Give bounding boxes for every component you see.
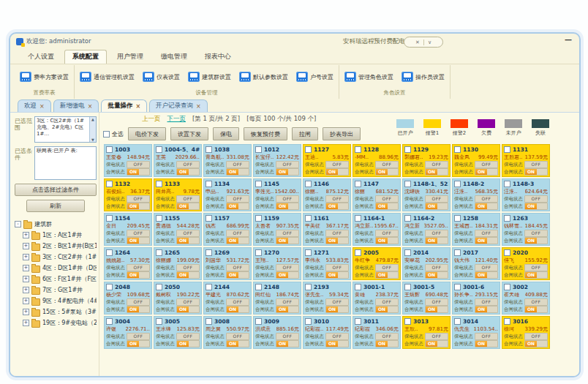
switch-on-button[interactable]: ON	[525, 306, 537, 312]
switch-on-button[interactable]: ON	[227, 203, 238, 209]
expand-icon[interactable]: +	[23, 243, 29, 249]
chevron-down-icon[interactable]: ∨	[428, 39, 431, 45]
expand-icon[interactable]: +	[23, 276, 29, 282]
supply-off-value[interactable]: OFF	[326, 196, 348, 202]
meter-card[interactable]: 1127 王迪.. 5.83元 保电状态 OFF 合闸状态	[303, 144, 351, 177]
meter-card[interactable]: 1003 王爱春 148.94元 保电状态 OFF 合闸状态	[104, 144, 152, 177]
switch-on-button[interactable]: ON	[376, 238, 388, 244]
meter-card[interactable]: 1148-2 汪淮.. 568.35元 保电状态 OFF 合	[452, 178, 500, 211]
card-checkbox[interactable]	[454, 146, 461, 153]
card-checkbox[interactable]	[454, 318, 461, 325]
card-checkbox[interactable]	[305, 318, 312, 325]
card-checkbox[interactable]	[156, 146, 162, 153]
meter-card[interactable]: 3016 徐珂 339.29元 保电状态 OFF 合闸状态	[502, 316, 550, 349]
card-checkbox[interactable]	[404, 249, 411, 256]
card-checkbox[interactable]	[156, 284, 162, 290]
meter-card[interactable]: 1148-1、522 沈继铁 330.41元 保电状态 OFF	[402, 178, 451, 211]
meter-card[interactable]: 1146 徐丽.. 875.12元 保电状态 OFF 合闸状	[303, 178, 351, 211]
supply-off-value[interactable]: OFF	[426, 299, 448, 305]
supply-off-value[interactable]: OFF	[475, 265, 497, 271]
switch-on-button[interactable]: ON	[525, 169, 537, 175]
expand-icon[interactable]: +	[23, 265, 29, 271]
switch-on-button[interactable]: ON	[376, 203, 388, 209]
card-checkbox[interactable]	[504, 249, 510, 256]
switch-on-button[interactable]: ON	[426, 306, 437, 312]
meter-card[interactable]: 1004-5、4#-- 王英 2029.66.. 保电状态 OFF	[154, 144, 202, 177]
switch-on-button[interactable]: ON	[525, 272, 537, 278]
supply-off-value[interactable]: OFF	[326, 265, 348, 271]
meter-card[interactable]: 1128 -MM.. 88.96元 保电状态 OFF 合闸状	[353, 144, 401, 177]
card-checkbox[interactable]	[305, 215, 312, 222]
meter-card[interactable]: 1164-1 冯立新.. 1595.67.. 保电状态 OFF	[353, 213, 401, 246]
meter-card[interactable]: 1155 贵遇德 544.28元 保电状态 OFF 合闸状态	[154, 213, 202, 246]
expand-icon[interactable]: +	[23, 287, 29, 293]
switch-on-button[interactable]: ON	[475, 169, 487, 175]
switch-on-button[interactable]: ON	[127, 169, 139, 175]
switch-on-button[interactable]: ON	[227, 272, 238, 278]
card-checkbox[interactable]	[255, 249, 262, 256]
tree-item[interactable]: + 15区：5#泵站（3#泵	[23, 306, 97, 317]
switch-on-button[interactable]: ON	[326, 306, 338, 312]
supply-off-value[interactable]: OFF	[376, 162, 398, 167]
supply-off-value[interactable]: OFF	[426, 334, 448, 339]
expand-icon[interactable]: +	[23, 254, 29, 260]
switch-on-button[interactable]: ON	[177, 203, 189, 209]
ribbon-button[interactable]: 默认参数设置	[238, 70, 290, 83]
meter-card[interactable]: 2148 田红仙 186.74元 保电状态 OFF 合闸状态	[253, 282, 301, 315]
card-checkbox[interactable]	[355, 215, 361, 222]
meter-card[interactable]: 1269 刘国华 531.72元 保电状态 OFF 合闸状态	[203, 247, 252, 280]
switch-on-button[interactable]: ON	[276, 169, 288, 175]
supply-off-value[interactable]: OFF	[475, 230, 497, 236]
switch-on-button[interactable]: ON	[276, 272, 288, 278]
meter-card[interactable]: 3001-6 孙长争.. 293.15元 保电状态 OFF	[452, 282, 500, 315]
meter-card[interactable]: 2050 戴树权 190.22元 保电状态 OFF 合闸状态	[154, 282, 202, 315]
card-checkbox[interactable]	[355, 146, 361, 153]
meter-card[interactable]: 1145 李莲光.. 1542.00.. 保电状态 OFF	[253, 178, 301, 211]
minimize-button[interactable]: —	[565, 36, 572, 44]
meter-card[interactable]: 1148-3 汪淮.. 624.64元 保电状态 OFF 合	[502, 178, 550, 211]
document-tab[interactable]: 开户记录查询 ×	[149, 99, 208, 112]
card-checkbox[interactable]	[404, 318, 411, 325]
switch-on-button[interactable]: ON	[177, 169, 189, 175]
switch-on-button[interactable]: ON	[376, 341, 388, 347]
meter-card[interactable]: 3001-1 黄雄 238.37元 保电状态 OFF 合闸状	[353, 282, 401, 315]
switch-on-button[interactable]: ON	[127, 272, 139, 278]
meter-card[interactable]: 2048 杨少荣 109.68元 保电状态 OFF 合闸状态	[104, 282, 152, 315]
meter-card[interactable]: 1154 金日 209.45元 保电状态 OFF 合闸状态	[104, 213, 152, 246]
supply-off-value[interactable]: OFF	[475, 334, 497, 339]
switch-on-button[interactable]: ON	[326, 341, 338, 347]
meter-card[interactable]: 3014 仇先生 1103.54.. 保电状态 OFF 合闸	[452, 316, 500, 349]
switch-on-button[interactable]: ON	[475, 203, 487, 209]
meter-card[interactable]: 1129 郭娜君.. 19.23元 保电状态 OFF 合闸状	[402, 144, 451, 177]
card-checkbox[interactable]	[106, 284, 113, 290]
menu-tab[interactable]: 个人设置	[20, 50, 61, 64]
card-checkbox[interactable]	[504, 146, 510, 153]
supply-off-value[interactable]: OFF	[326, 334, 348, 339]
card-checkbox[interactable]	[206, 318, 212, 325]
switch-on-button[interactable]: ON	[276, 238, 288, 244]
document-tab[interactable]: 欢迎 ×	[18, 99, 51, 112]
card-checkbox[interactable]	[255, 284, 262, 290]
switch-on-button[interactable]: ON	[227, 341, 238, 347]
card-checkbox[interactable]	[156, 318, 162, 325]
switch-on-button[interactable]: ON	[227, 238, 238, 244]
switch-on-button[interactable]: ON	[127, 306, 139, 312]
tree-item[interactable]: + 7区：G区1#井	[23, 285, 97, 295]
supply-off-value[interactable]: OFF	[276, 265, 298, 271]
supply-off-value[interactable]: OFF	[227, 265, 249, 271]
supply-off-value[interactable]: OFF	[227, 230, 249, 236]
supply-off-value[interactable]: OFF	[426, 196, 448, 202]
menu-tab[interactable]: 系统配置	[64, 50, 107, 64]
meter-card[interactable]: 2017 钱大伟 121.40元 保电状态 OFF 合闸状态	[452, 247, 500, 280]
expand-icon[interactable]: +	[23, 320, 29, 326]
toolbar-button[interactable]: 拉闸	[292, 127, 318, 140]
supply-off-value[interactable]: OFF	[177, 334, 199, 339]
card-checkbox[interactable]	[355, 249, 361, 256]
supply-off-value[interactable]: OFF	[127, 230, 149, 236]
supply-off-value[interactable]: OFF	[525, 162, 547, 167]
supply-off-value[interactable]: OFF	[127, 334, 149, 339]
supply-off-value[interactable]: OFF	[127, 265, 149, 271]
scrollbar[interactable]: ▲▼	[89, 117, 96, 142]
meter-card[interactable]: 1130 魏金凤 99.49元 保电状态 OFF 合闸状态	[452, 144, 500, 177]
card-checkbox[interactable]	[404, 181, 411, 187]
